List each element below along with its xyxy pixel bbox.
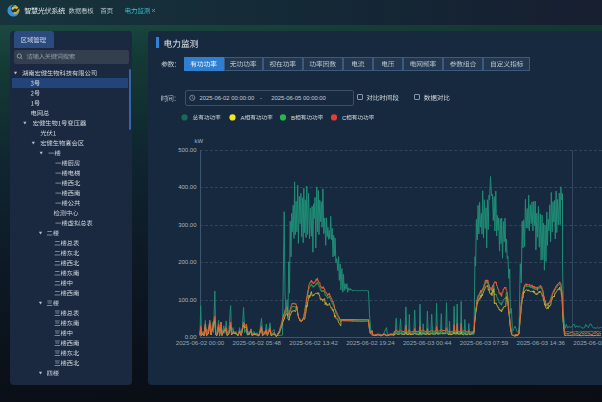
svg-text:A: A <box>241 115 245 121</box>
svg-text:B: B <box>291 115 295 121</box>
svg-text:C: C <box>342 115 347 121</box>
